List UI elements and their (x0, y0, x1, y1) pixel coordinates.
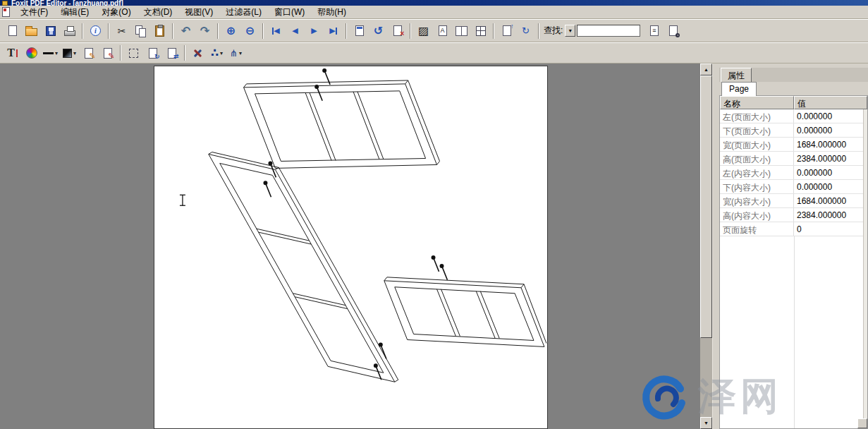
two-page-view-button[interactable] (452, 22, 471, 40)
rotate-object-button[interactable]: ↻ (143, 44, 162, 62)
grid-header: 名称 值 (720, 96, 867, 109)
zoom-out-icon: ⊖ (245, 25, 255, 37)
property-value: 1684.000000 (794, 138, 867, 151)
delete-page-icon: × (393, 25, 402, 36)
menu-object[interactable]: 对象(O) (95, 5, 137, 20)
scroll-down-button[interactable]: ▼ (700, 417, 712, 429)
last-page-button[interactable]: ▶ (324, 22, 343, 40)
find-dropdown-button[interactable]: ▾ (565, 25, 575, 37)
property-row[interactable]: 左(页面大小)0.000000 (720, 109, 867, 123)
delete-page-button[interactable]: × (388, 22, 407, 40)
search-in-doc-button[interactable] (664, 22, 683, 40)
arrow-up-icon: ▲ (704, 67, 709, 72)
prev-page-button[interactable]: ◀ (286, 22, 305, 40)
toolbar-separator (172, 23, 173, 39)
branch-tool-button[interactable]: ⋔▾ (226, 44, 245, 62)
hatch-pattern-icon: ▨ (418, 25, 429, 37)
scrollbar-thumb[interactable] (700, 75, 712, 338)
property-value: 0.000000 (794, 180, 867, 193)
tools-button[interactable] (188, 44, 207, 62)
page-layout-button[interactable] (350, 22, 369, 40)
column-header-value: 值 (794, 96, 867, 109)
property-row[interactable]: 下(内容大小)0.000000 (720, 180, 867, 194)
menu-view[interactable]: 视图(V) (178, 5, 219, 20)
property-row[interactable]: 宽(内容大小)1684.000000 (720, 194, 867, 208)
toolbar-separator (538, 23, 539, 39)
toolbar-main: i ✂ ↶ ↷ ⊕ ⊖ ◀ ◀ ▶ ▶ ↺ × ▨ A ↑ ↻ 查找: ▾ ≡ (0, 19, 868, 42)
rotate-page-button[interactable]: ↺ (369, 22, 388, 40)
zoom-in-button[interactable]: ⊕ (221, 22, 240, 40)
tab-page[interactable]: Page (721, 82, 757, 96)
zoom-out-button[interactable]: ⊖ (240, 22, 259, 40)
property-row[interactable]: 高(内容大小)2384.000000 (720, 208, 867, 222)
property-name: 高(内容大小) (720, 208, 794, 222)
new-document-icon (8, 25, 17, 36)
properties-grid: 名称 值 左(页面大小)0.000000 下(页面大小)0.000000 宽(页… (719, 96, 868, 429)
edit-object-button[interactable]: ✎ (79, 44, 98, 62)
grid-view-button[interactable] (471, 22, 490, 40)
flip-object-icon: ⇄ (168, 48, 176, 59)
find-input[interactable] (577, 25, 640, 37)
next-page-button[interactable]: ▶ (305, 22, 324, 40)
vertical-scrollbar[interactable]: ▲ ▼ (700, 64, 712, 429)
nodes-tool-button[interactable]: ∴▾ (207, 44, 226, 62)
save-button[interactable] (41, 22, 60, 40)
property-row[interactable]: 左(内容大小)0.000000 (720, 166, 867, 180)
last-page-icon: ▶ (329, 27, 336, 35)
print-button[interactable] (60, 22, 79, 40)
grid-view-icon (476, 26, 486, 36)
property-row[interactable]: 高(页面大小)2384.000000 (720, 152, 867, 166)
grid-empty-area (720, 236, 867, 428)
two-page-view-icon (456, 25, 468, 36)
open-button[interactable] (22, 22, 41, 40)
find-label: 查找: (544, 25, 563, 37)
redo-button[interactable]: ↷ (195, 22, 214, 40)
panel-splitter[interactable] (712, 64, 719, 429)
flip-object-button[interactable]: ⇄ (162, 44, 181, 62)
paste-button[interactable] (150, 22, 169, 40)
copy-button[interactable] (131, 22, 150, 40)
pdf-page[interactable] (154, 66, 548, 429)
property-value: 1684.000000 (794, 194, 867, 207)
info-button[interactable]: i (86, 22, 105, 40)
property-value: 0.000000 (794, 109, 867, 123)
hatch-pattern-button[interactable]: ▨ (414, 22, 433, 40)
select-area-icon (129, 49, 138, 58)
property-value: 0.000000 (794, 123, 867, 137)
property-name: 宽(内容大小) (720, 194, 794, 207)
property-row[interactable]: 宽(页面大小)1684.000000 (720, 138, 867, 152)
refresh-icon: ↻ (522, 26, 530, 35)
import-page-button[interactable]: ↑ (497, 22, 516, 40)
grid-scrollbar-gutter[interactable] (863, 109, 867, 428)
new-button[interactable] (3, 22, 22, 40)
menu-document[interactable]: 文档(D) (137, 5, 179, 20)
color-picker-button[interactable] (22, 44, 41, 62)
search-doc-button[interactable]: ≡ (644, 22, 664, 40)
edit-page-button[interactable]: ✎ (98, 44, 117, 62)
undo-icon: ↶ (181, 25, 190, 37)
extract-text-button[interactable]: A (433, 22, 452, 40)
property-row[interactable]: 页面旋转0 (720, 222, 867, 236)
scroll-up-button[interactable]: ▲ (700, 64, 712, 75)
document-canvas[interactable] (0, 64, 700, 429)
select-object-button[interactable] (124, 44, 143, 62)
menu-help[interactable]: 帮助(H) (311, 5, 353, 20)
first-page-icon: ◀ (272, 27, 279, 35)
menu-edit[interactable]: 编辑(E) (54, 5, 95, 20)
menu-window[interactable]: 窗口(W) (268, 5, 311, 20)
undo-button[interactable]: ↶ (176, 22, 195, 40)
refresh-button[interactable]: ↻ (516, 22, 535, 40)
page-up-icon: ↑ (503, 25, 511, 36)
property-row[interactable]: 下(页面大小)0.000000 (720, 123, 867, 138)
line-tool-icon (43, 52, 54, 54)
line-tool-button[interactable]: ▾ (41, 44, 60, 62)
fill-tool-button[interactable]: ▾ (60, 44, 79, 62)
first-page-button[interactable]: ◀ (267, 22, 286, 40)
menu-file[interactable]: 文件(F) (14, 5, 54, 20)
caret-down-icon: ▾ (55, 50, 58, 56)
cut-button[interactable]: ✂ (112, 22, 131, 40)
text-tool-button[interactable]: T (3, 44, 22, 62)
document-icon[interactable] (2, 7, 10, 17)
text-page-icon: A (439, 25, 447, 36)
menu-filter[interactable]: 过滤器(L) (219, 5, 268, 20)
